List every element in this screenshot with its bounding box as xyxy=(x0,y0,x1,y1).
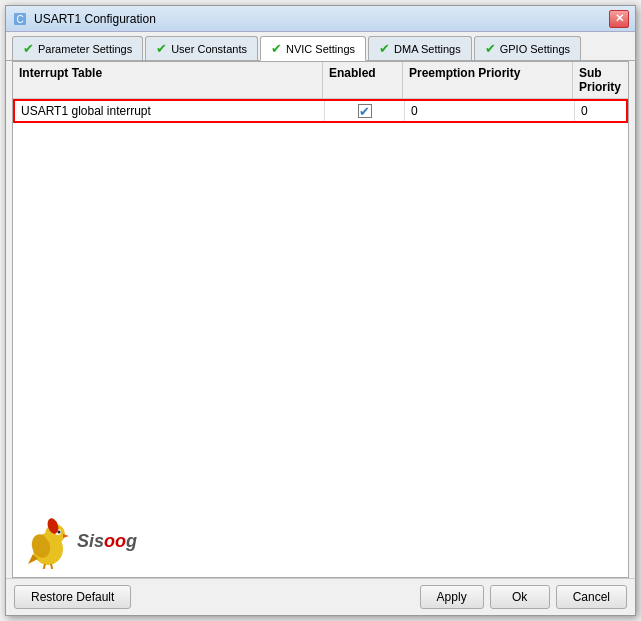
footer: Restore Default Apply Ok Cancel xyxy=(6,578,635,615)
footer-right: Apply Ok Cancel xyxy=(420,585,627,609)
table-body: USART1 global interrupt ✔ 0 0 xyxy=(13,99,628,303)
tab-check-icon: ✔ xyxy=(156,41,167,56)
col-header-sub-priority: Sub Priority xyxy=(573,62,628,98)
close-button[interactable]: ✕ xyxy=(609,10,629,28)
col-header-enabled: Enabled xyxy=(323,62,403,98)
tab-dma-settings[interactable]: ✔ DMA Settings xyxy=(368,36,472,60)
cancel-button[interactable]: Cancel xyxy=(556,585,627,609)
window-title: USART1 Configuration xyxy=(34,12,156,26)
tab-check-icon: ✔ xyxy=(379,41,390,56)
tab-nvic-settings[interactable]: ✔ NVIC Settings xyxy=(260,36,366,61)
main-window: C USART1 Configuration ✕ ✔ Parameter Set… xyxy=(5,5,636,616)
table-row: USART1 global interrupt ✔ 0 0 xyxy=(13,99,628,123)
apply-button[interactable]: Apply xyxy=(420,585,484,609)
svg-line-10 xyxy=(43,564,45,569)
tab-gpio-settings[interactable]: ✔ GPIO Settings xyxy=(474,36,581,60)
col-header-interrupt-table: Interrupt Table xyxy=(13,62,323,98)
content-area: Interrupt Table Enabled Preemption Prior… xyxy=(12,61,629,578)
logo-area: Sisoog xyxy=(13,506,628,577)
logo-text: Sisoog xyxy=(77,531,137,552)
svg-marker-7 xyxy=(63,534,69,538)
tab-label: User Constants xyxy=(171,43,247,55)
footer-left: Restore Default xyxy=(14,585,131,609)
table-header: Interrupt Table Enabled Preemption Prior… xyxy=(13,62,628,99)
svg-line-11 xyxy=(51,564,53,569)
ok-button[interactable]: Ok xyxy=(490,585,550,609)
title-bar-left: C USART1 Configuration xyxy=(12,11,156,27)
logo-text-oo: oo xyxy=(104,531,126,551)
tab-check-icon: ✔ xyxy=(271,41,282,56)
logo-text-g: g xyxy=(126,531,137,551)
tab-label: NVIC Settings xyxy=(286,43,355,55)
tab-label: Parameter Settings xyxy=(38,43,132,55)
tab-label: DMA Settings xyxy=(394,43,461,55)
window-icon: C xyxy=(12,11,28,27)
svg-text:C: C xyxy=(16,14,23,25)
cell-enabled[interactable]: ✔ xyxy=(325,101,405,121)
content-spacer xyxy=(13,303,628,507)
tab-bar: ✔ Parameter Settings ✔ User Constants ✔ … xyxy=(6,32,635,61)
tab-label: GPIO Settings xyxy=(500,43,570,55)
tab-user-constants[interactable]: ✔ User Constants xyxy=(145,36,258,60)
cell-preemption-priority: 0 xyxy=(405,101,575,121)
restore-default-button[interactable]: Restore Default xyxy=(14,585,131,609)
cell-sub-priority: 0 xyxy=(575,101,626,121)
tab-check-icon: ✔ xyxy=(23,41,34,56)
cell-interrupt-name: USART1 global interrupt xyxy=(15,101,325,121)
col-header-preemption-priority: Preemption Priority xyxy=(403,62,573,98)
logo-text-sis: Sis xyxy=(77,531,104,551)
sisoog-logo xyxy=(23,514,73,569)
check-mark: ✔ xyxy=(359,105,370,118)
tab-check-icon: ✔ xyxy=(485,41,496,56)
tab-parameter-settings[interactable]: ✔ Parameter Settings xyxy=(12,36,143,60)
enabled-checkbox[interactable]: ✔ xyxy=(358,104,372,118)
title-bar: C USART1 Configuration ✕ xyxy=(6,6,635,32)
